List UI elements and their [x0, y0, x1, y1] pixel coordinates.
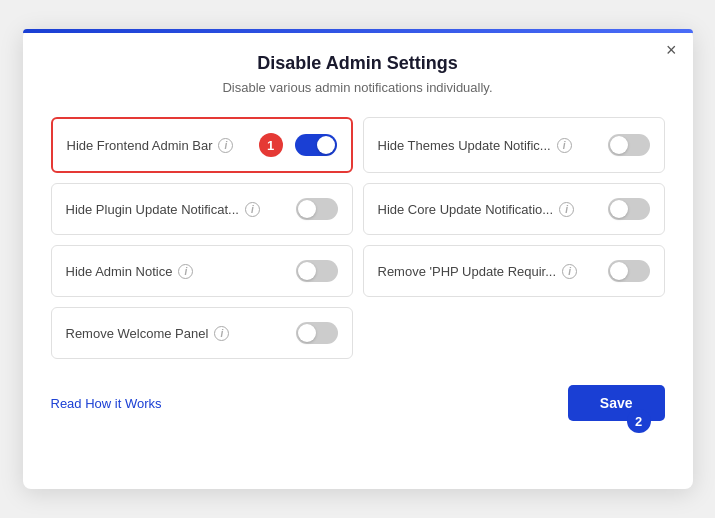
setting-text-remove-php-update: Remove 'PHP Update Requir...: [378, 264, 557, 279]
save-badge-number: 2: [627, 409, 651, 433]
info-icon-hide-core-update[interactable]: i: [559, 202, 574, 217]
toggle-track-hide-core-update[interactable]: [608, 198, 650, 220]
toggle-wrap-hide-frontend-admin-bar: 1: [259, 133, 337, 157]
save-button-wrap: Save 2: [568, 385, 665, 421]
setting-label-hide-core-update: Hide Core Update Notificatio...i: [378, 202, 608, 217]
setting-item-hide-plugin-update: Hide Plugin Update Notificat...i: [51, 183, 353, 235]
info-icon-hide-admin-notice[interactable]: i: [178, 264, 193, 279]
toggle-thumb-hide-plugin-update: [298, 200, 316, 218]
toggle-remove-php-update[interactable]: [608, 260, 650, 282]
toggle-hide-admin-notice[interactable]: [296, 260, 338, 282]
toggle-track-remove-php-update[interactable]: [608, 260, 650, 282]
modal-subtitle: Disable various admin notifications indi…: [51, 80, 665, 95]
toggle-thumb-hide-core-update: [610, 200, 628, 218]
setting-item-hide-themes-update: Hide Themes Update Notific...i: [363, 117, 665, 173]
toggle-track-hide-frontend-admin-bar[interactable]: [295, 134, 337, 156]
toggle-wrap-remove-php-update: [608, 260, 650, 282]
info-icon-hide-plugin-update[interactable]: i: [245, 202, 260, 217]
toggle-track-hide-themes-update[interactable]: [608, 134, 650, 156]
setting-text-hide-core-update: Hide Core Update Notificatio...: [378, 202, 554, 217]
info-icon-remove-php-update[interactable]: i: [562, 264, 577, 279]
setting-text-hide-admin-notice: Hide Admin Notice: [66, 264, 173, 279]
setting-label-hide-admin-notice: Hide Admin Noticei: [66, 264, 296, 279]
toggle-thumb-remove-welcome-panel: [298, 324, 316, 342]
setting-item-remove-php-update: Remove 'PHP Update Requir...i: [363, 245, 665, 297]
toggle-wrap-hide-admin-notice: [296, 260, 338, 282]
read-how-it-works-link[interactable]: Read How it Works: [51, 396, 162, 411]
top-bar: [23, 29, 693, 33]
toggle-hide-plugin-update[interactable]: [296, 198, 338, 220]
badge-hide-frontend-admin-bar: 1: [259, 133, 283, 157]
info-icon-hide-themes-update[interactable]: i: [557, 138, 572, 153]
setting-text-hide-themes-update: Hide Themes Update Notific...: [378, 138, 551, 153]
modal-title: Disable Admin Settings: [51, 53, 665, 74]
toggle-thumb-remove-php-update: [610, 262, 628, 280]
toggle-track-hide-admin-notice[interactable]: [296, 260, 338, 282]
setting-label-remove-php-update: Remove 'PHP Update Requir...i: [378, 264, 608, 279]
toggle-hide-core-update[interactable]: [608, 198, 650, 220]
toggle-hide-themes-update[interactable]: [608, 134, 650, 156]
setting-text-hide-frontend-admin-bar: Hide Frontend Admin Bar: [67, 138, 213, 153]
setting-label-hide-themes-update: Hide Themes Update Notific...i: [378, 138, 608, 153]
info-icon-hide-frontend-admin-bar[interactable]: i: [218, 138, 233, 153]
toggle-remove-welcome-panel[interactable]: [296, 322, 338, 344]
setting-label-hide-frontend-admin-bar: Hide Frontend Admin Bari: [67, 138, 259, 153]
setting-text-hide-plugin-update: Hide Plugin Update Notificat...: [66, 202, 239, 217]
modal: × Disable Admin Settings Disable various…: [23, 29, 693, 489]
setting-text-remove-welcome-panel: Remove Welcome Panel: [66, 326, 209, 341]
toggle-wrap-hide-plugin-update: [296, 198, 338, 220]
toggle-wrap-remove-welcome-panel: [296, 322, 338, 344]
close-button[interactable]: ×: [666, 41, 677, 59]
toggle-hide-frontend-admin-bar[interactable]: [295, 134, 337, 156]
settings-grid: Hide Frontend Admin Bari1Hide Themes Upd…: [51, 117, 665, 359]
toggle-track-hide-plugin-update[interactable]: [296, 198, 338, 220]
setting-label-hide-plugin-update: Hide Plugin Update Notificat...i: [66, 202, 296, 217]
setting-item-hide-frontend-admin-bar: Hide Frontend Admin Bari1: [51, 117, 353, 173]
info-icon-remove-welcome-panel[interactable]: i: [214, 326, 229, 341]
toggle-track-remove-welcome-panel[interactable]: [296, 322, 338, 344]
setting-item-hide-admin-notice: Hide Admin Noticei: [51, 245, 353, 297]
setting-label-remove-welcome-panel: Remove Welcome Paneli: [66, 326, 296, 341]
toggle-thumb-hide-frontend-admin-bar: [317, 136, 335, 154]
toggle-thumb-hide-admin-notice: [298, 262, 316, 280]
toggle-wrap-hide-core-update: [608, 198, 650, 220]
setting-item-hide-core-update: Hide Core Update Notificatio...i: [363, 183, 665, 235]
setting-item-remove-welcome-panel: Remove Welcome Paneli: [51, 307, 353, 359]
modal-footer: Read How it Works Save 2: [51, 377, 665, 421]
toggle-thumb-hide-themes-update: [610, 136, 628, 154]
toggle-wrap-hide-themes-update: [608, 134, 650, 156]
save-badge: 2: [627, 409, 657, 433]
